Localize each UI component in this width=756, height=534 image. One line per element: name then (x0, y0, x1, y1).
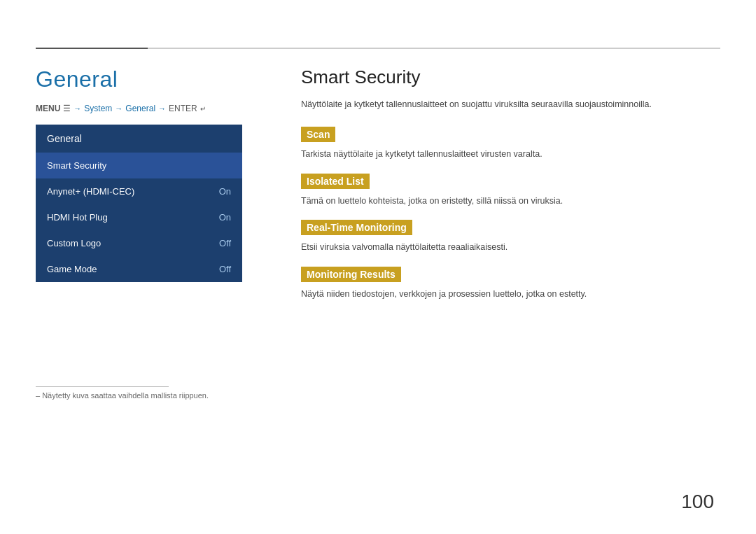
page-title: General (36, 66, 118, 92)
feature-realtime-monitoring-desc: Etsii viruksia valvomalla näyttölaitetta… (301, 241, 720, 254)
left-menu-panel: General Smart Security Anynet+ (HDMI-CEC… (36, 125, 242, 282)
feature-realtime-monitoring: Real-Time Monitoring Etsii viruksia valv… (301, 220, 720, 254)
footer-note: – Näytetty kuva saattaa vaihdella mallis… (36, 391, 209, 400)
breadcrumb-system[interactable]: System (84, 104, 112, 113)
menu-item-label: Smart Security (47, 160, 106, 171)
breadcrumb-arrow-2: → (115, 104, 122, 113)
menu-item-value: Off (219, 238, 231, 248)
menu-item-smart-security[interactable]: Smart Security (36, 153, 242, 178)
breadcrumb-enter-icon: ↵ (200, 105, 206, 113)
menu-item-value: Off (219, 264, 231, 274)
feature-isolated-list-desc: Tämä on luettelo kohteista, jotka on eri… (301, 195, 720, 208)
top-line-accent (36, 48, 148, 49)
breadcrumb-menu-icon: ☰ (63, 104, 71, 113)
right-content-panel: Smart Security Näyttölaite ja kytketyt t… (301, 66, 720, 314)
feature-isolated-list: Isolated List Tämä on luettelo kohteista… (301, 174, 720, 208)
feature-scan: Scan Tarkista näyttölaite ja kytketyt ta… (301, 127, 720, 161)
feature-scan-desc: Tarkista näyttölaite ja kytketyt tallenn… (301, 148, 720, 161)
menu-item-anynet[interactable]: Anynet+ (HDMI-CEC) On (36, 178, 242, 204)
feature-scan-heading: Scan (301, 127, 335, 142)
breadcrumb-arrow-3: → (158, 104, 166, 113)
feature-realtime-monitoring-heading: Real-Time Monitoring (301, 220, 412, 235)
feature-isolated-list-heading: Isolated List (301, 174, 370, 189)
footer-divider (36, 386, 169, 387)
page-number: 100 (681, 491, 714, 513)
menu-item-value: On (219, 212, 231, 223)
breadcrumb: MENU ☰ → System → General → ENTER ↵ (36, 104, 206, 113)
menu-item-label: Custom Logo (47, 238, 101, 248)
feature-monitoring-results-heading: Monitoring Results (301, 267, 401, 282)
menu-item-label: Anynet+ (HDMI-CEC) (47, 186, 134, 197)
menu-item-hdmi-hot-plug[interactable]: HDMI Hot Plug On (36, 204, 242, 230)
feature-monitoring-results: Monitoring Results Näytä niiden tiedosto… (301, 267, 720, 301)
breadcrumb-arrow-1: → (74, 104, 81, 113)
menu-header: General (36, 125, 242, 153)
menu-item-value: On (219, 186, 231, 197)
feature-monitoring-results-desc: Näytä niiden tiedostojen, verkkojen ja p… (301, 288, 720, 301)
breadcrumb-menu-label: MENU (36, 104, 60, 113)
section-intro: Näyttölaite ja kytketyt tallennuslaittee… (301, 98, 720, 111)
menu-item-custom-logo[interactable]: Custom Logo Off (36, 230, 242, 256)
menu-item-label: HDMI Hot Plug (47, 212, 108, 223)
breadcrumb-enter-label: ENTER (169, 104, 197, 113)
menu-item-label: Game Mode (47, 264, 97, 274)
menu-item-game-mode[interactable]: Game Mode Off (36, 256, 242, 282)
breadcrumb-general[interactable]: General (125, 104, 155, 113)
section-title: Smart Security (301, 66, 720, 88)
